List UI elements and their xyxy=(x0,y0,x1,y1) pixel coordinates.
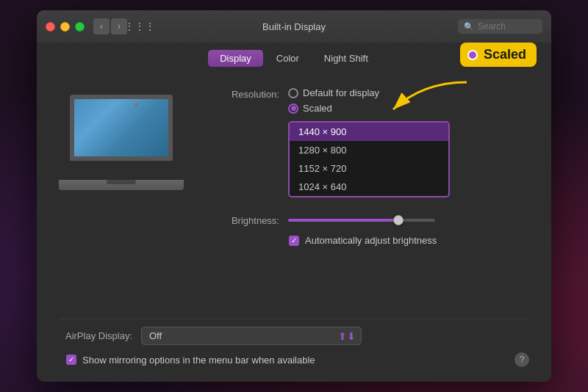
window-controls xyxy=(46,22,85,32)
brightness-thumb[interactable] xyxy=(393,215,404,225)
laptop-screen xyxy=(70,95,173,161)
resolution-label: Resolution: xyxy=(206,87,279,100)
laptop-icon xyxy=(59,95,184,190)
airplay-row: AirPlay Display: Off On ⬆⬇ xyxy=(59,327,529,345)
main-area: Resolution: Default for display Scaled xyxy=(59,80,529,319)
resolution-size-1024[interactable]: 1024 × 640 xyxy=(290,178,448,196)
nav-arrows: ‹ › xyxy=(93,18,127,35)
brightness-row: Brightness: xyxy=(206,214,529,226)
mirroring-checkbox[interactable]: ✓ xyxy=(66,355,76,365)
tab-night-shift[interactable]: Night Shift xyxy=(312,50,380,67)
search-box[interactable]: 🔍 xyxy=(458,19,542,34)
close-button[interactable] xyxy=(46,22,55,32)
mirroring-label: Show mirroring options in the menu bar w… xyxy=(82,355,315,366)
resolution-size-1280[interactable]: 1280 × 800 xyxy=(290,141,448,159)
radio-selected-dot xyxy=(291,106,296,111)
airplay-dropdown[interactable]: Off On xyxy=(141,327,362,345)
resolution-scaled-label: Scaled xyxy=(303,103,332,114)
tab-display[interactable]: Display xyxy=(208,50,263,67)
resolution-default-option[interactable]: Default for display xyxy=(288,87,450,98)
auto-brightness-row: ✓ Automatically adjust brightness xyxy=(289,235,529,246)
window-title: Built-in Display xyxy=(262,21,326,32)
content-area: Resolution: Default for display Scaled xyxy=(37,73,551,382)
airplay-label: AirPlay Display: xyxy=(59,330,132,341)
resolution-size-1440[interactable]: 1440 × 900 xyxy=(290,123,448,141)
resolution-size-list: 1440 × 900 1280 × 800 1152 × 720 1024 × … xyxy=(288,121,450,197)
airplay-dropdown-wrapper: Off On ⬆⬇ xyxy=(141,327,362,345)
resolution-row: Resolution: Default for display Scaled xyxy=(206,87,529,197)
resolution-default-label: Default for display xyxy=(303,87,379,98)
brightness-slider[interactable] xyxy=(288,219,435,222)
bottom-area: AirPlay Display: Off On ⬆⬇ ✓ Show mirror… xyxy=(59,319,529,367)
brightness-label: Brightness: xyxy=(206,214,279,226)
settings-panel: Resolution: Default for display Scaled xyxy=(206,80,529,319)
callout-label: Scaled xyxy=(484,47,526,62)
resolution-size-1152[interactable]: 1152 × 720 xyxy=(290,159,448,178)
grid-button[interactable]: ⋮⋮⋮ xyxy=(132,18,148,35)
help-button[interactable]: ? xyxy=(514,352,529,367)
brightness-fill xyxy=(288,219,398,222)
callout-dot-icon xyxy=(467,50,478,60)
tab-color[interactable]: Color xyxy=(265,50,311,67)
laptop-notch xyxy=(107,180,136,184)
title-bar: ‹ › ⋮⋮⋮ Built-in Display 🔍 xyxy=(37,10,551,43)
checkmark-icon: ✓ xyxy=(291,237,297,244)
resolution-options: Default for display Scaled 1440 × 900 12… xyxy=(288,87,450,197)
scaled-callout: Scaled xyxy=(460,43,537,67)
mirroring-checkmark-icon: ✓ xyxy=(68,356,74,363)
resolution-scaled-radio[interactable] xyxy=(288,104,298,114)
main-window: ‹ › ⋮⋮⋮ Built-in Display 🔍 Display Color… xyxy=(37,10,551,382)
show-mirroring-row: ✓ Show mirroring options in the menu bar… xyxy=(59,352,529,367)
minimize-button[interactable] xyxy=(60,22,70,32)
back-button[interactable]: ‹ xyxy=(93,18,110,35)
maximize-button[interactable] xyxy=(75,22,85,32)
laptop-display-image xyxy=(59,80,191,319)
search-icon: 🔍 xyxy=(464,22,474,32)
resolution-scaled-option[interactable]: Scaled xyxy=(288,103,450,114)
search-input[interactable] xyxy=(478,21,537,32)
auto-brightness-label: Automatically adjust brightness xyxy=(305,235,437,246)
laptop-base xyxy=(59,180,184,190)
auto-brightness-checkbox[interactable]: ✓ xyxy=(289,236,299,246)
laptop-camera-icon xyxy=(135,103,138,106)
resolution-default-radio[interactable] xyxy=(288,88,298,98)
